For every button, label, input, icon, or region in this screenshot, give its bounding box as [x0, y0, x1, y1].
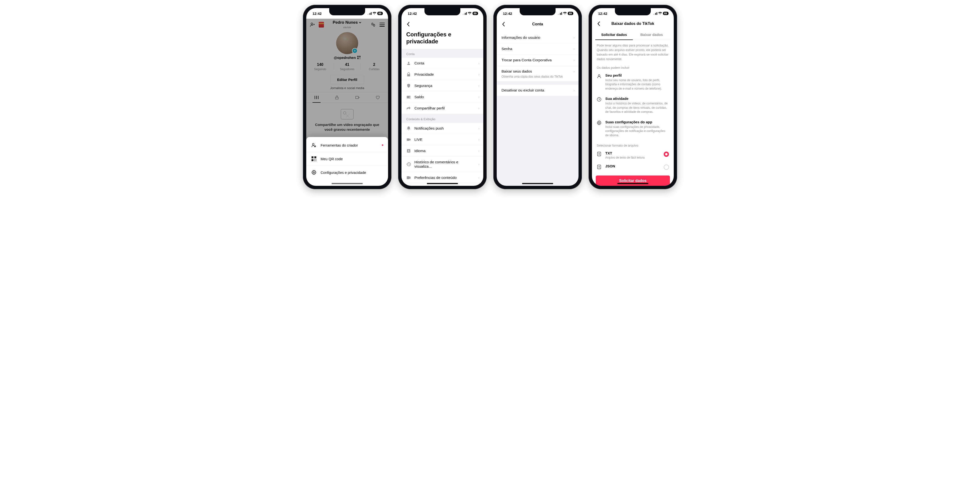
live-icon: [406, 138, 411, 141]
gear-icon: [311, 169, 317, 175]
chevron-right-icon: ›: [478, 126, 479, 131]
download-file-icon: [597, 164, 602, 169]
format-json[interactable]: JSON: [592, 162, 674, 172]
battery-icon: 89: [377, 12, 383, 15]
gear-icon: [597, 120, 602, 138]
chevron-right-icon: ›: [573, 69, 575, 73]
row-content-pref[interactable]: Preferências de conteúdo›: [401, 172, 483, 183]
wifi-icon: [563, 12, 567, 15]
chevron-right-icon: ›: [573, 47, 575, 51]
page-title: Configurações eprivacidade: [401, 30, 483, 49]
phone-profile: 12:42 89 Pedro Nun: [303, 5, 391, 189]
row-push[interactable]: Notificações push›: [401, 123, 483, 134]
sheet-qr-code[interactable]: Meu QR code: [306, 152, 388, 166]
format-txt[interactable]: TXTArquivo de texto de fácil leitura: [592, 149, 674, 162]
tab-download-data[interactable]: Baixar dados: [633, 30, 670, 40]
chevron-right-icon: ›: [478, 95, 479, 99]
page-title: Conta: [497, 22, 579, 26]
row-user-info[interactable]: Informações do usuário›: [497, 32, 579, 43]
battery-icon: 89: [473, 12, 478, 15]
bell-icon: [406, 126, 411, 131]
sheet-creator-tools[interactable]: Ferramentas do criador: [306, 139, 388, 152]
include-activity: Sua atividadeInclui o histórico de vídeo…: [592, 94, 674, 118]
creator-tools-icon: [311, 142, 317, 148]
row-security[interactable]: Segurança›: [401, 80, 483, 91]
row-download-data-sub: Obtenha uma cópia dos seus dados do TikT…: [497, 75, 579, 81]
chevron-right-icon: ›: [478, 175, 479, 180]
wifi-icon: [468, 12, 472, 15]
svg-rect-15: [407, 176, 410, 179]
request-info-text: Pode levar alguns dias para processar a …: [592, 40, 674, 63]
radio-selected[interactable]: [664, 152, 669, 157]
chevron-right-icon: ›: [478, 106, 479, 110]
cellular-icon: [558, 12, 562, 15]
row-live[interactable]: LIVE›: [401, 134, 483, 145]
svg-text:A: A: [408, 150, 409, 152]
video-icon: [406, 176, 411, 179]
svg-rect-11: [407, 139, 410, 141]
phone-account: 12:42 89 Conta Informações do usuário› S…: [493, 5, 582, 189]
chevron-right-icon: ›: [478, 137, 479, 142]
clock-icon: [597, 97, 602, 114]
qr-code-icon: [311, 156, 317, 162]
row-privacy[interactable]: Privacidade›: [401, 69, 483, 80]
include-profile: Seu perfilInclui seu nome de usuário, fo…: [592, 71, 674, 94]
tab-request-data[interactable]: Solicitar dados: [595, 30, 633, 40]
chevron-right-icon: ›: [478, 149, 479, 153]
cellular-icon: [463, 12, 467, 15]
chevron-right-icon: ›: [478, 84, 479, 88]
lock-icon: [406, 72, 411, 77]
svg-point-18: [598, 122, 600, 124]
page-title: Baixar dados do TikTok: [592, 22, 674, 26]
phone-settings: 12:42 89 Configurações eprivacidade Cont…: [398, 5, 487, 189]
subheader-format: Selecionar formato de arquivo: [592, 141, 674, 149]
cellular-icon: [653, 12, 657, 15]
svg-rect-8: [407, 74, 410, 77]
row-deactivate[interactable]: Desativar ou excluir conta›: [497, 85, 579, 96]
cellular-icon: [368, 12, 372, 15]
language-icon: A: [406, 149, 411, 153]
chevron-right-icon: ›: [573, 88, 575, 93]
include-settings: Suas configurações do appInclui suas con…: [592, 118, 674, 141]
section-content-header: Conteúdo & Exibição: [401, 114, 483, 123]
status-time: 12:42: [312, 11, 321, 16]
person-icon: [406, 61, 411, 65]
svg-point-16: [598, 75, 600, 76]
row-language[interactable]: AIdioma›: [401, 145, 483, 156]
history-icon: [406, 162, 411, 166]
row-account[interactable]: Conta›: [401, 58, 483, 69]
phone-download-data: 12:42 89 Baixar dados do TikTok Solicita…: [589, 5, 677, 189]
chevron-right-icon: ›: [573, 35, 575, 40]
battery-icon: 89: [663, 12, 668, 15]
chevron-right-icon: ›: [478, 72, 479, 77]
row-history[interactable]: Histórico de comentários e visualiza...›: [401, 156, 483, 172]
svg-rect-10: [409, 97, 410, 97]
chevron-right-icon: ›: [573, 58, 575, 62]
subheader-include: Os dados podem incluir: [592, 63, 674, 71]
sheet-settings[interactable]: Configurações e privacidade: [306, 166, 388, 179]
chevron-right-icon: ›: [478, 162, 479, 166]
battery-icon: 89: [568, 12, 573, 15]
radio-unselected[interactable]: [664, 164, 669, 170]
section-account-header: Conta: [401, 49, 483, 58]
notification-dot: [382, 144, 383, 146]
wifi-icon: [372, 12, 376, 15]
svg-point-6: [313, 172, 315, 173]
svg-point-7: [408, 62, 409, 63]
row-switch-business[interactable]: Trocar para Conta Corporativa›: [497, 54, 579, 66]
wifi-icon: [658, 12, 662, 15]
shield-icon: [406, 84, 411, 88]
download-file-icon: [597, 152, 602, 156]
person-icon: [597, 74, 602, 91]
wallet-icon: [406, 95, 411, 99]
back-button[interactable]: [404, 20, 412, 28]
bottom-sheet: Ferramentas do criador Meu QR code Confi…: [306, 137, 388, 186]
request-data-button[interactable]: Solicitar dados: [596, 175, 670, 186]
row-balance[interactable]: Saldo›: [401, 91, 483, 103]
row-password[interactable]: Senha›: [497, 43, 579, 54]
row-share-profile[interactable]: Compartilhar perfil›: [401, 103, 483, 114]
back-button[interactable]: [500, 20, 507, 28]
svg-point-5: [312, 144, 314, 145]
share-icon: [406, 106, 411, 110]
back-button[interactable]: [595, 20, 603, 27]
